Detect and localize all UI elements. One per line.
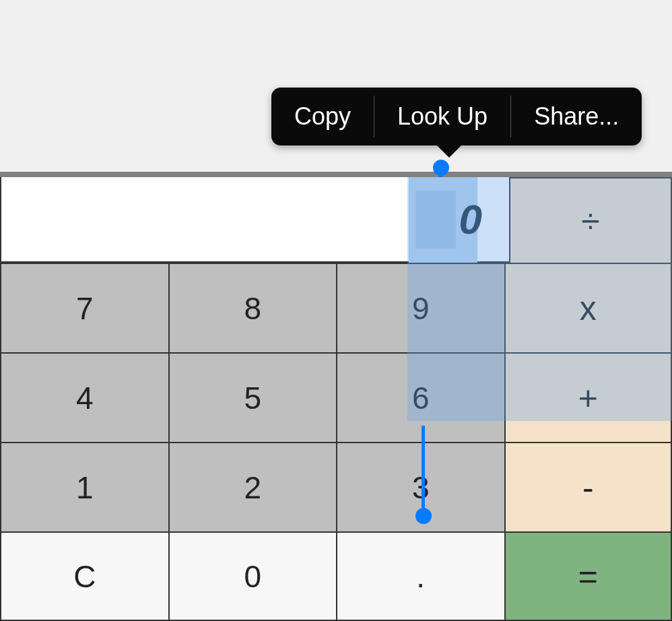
keypad: 7 8 9 x 4 5 6 + 1 2 3 - C 0 . = <box>0 263 672 621</box>
multiply-button[interactable]: x <box>504 263 673 352</box>
add-button[interactable]: + <box>504 352 673 442</box>
selection-highlight-inner <box>415 191 456 249</box>
key-8[interactable]: 8 <box>168 263 337 352</box>
context-menu: Copy Look Up Share... <box>271 88 642 145</box>
equals-button[interactable]: = <box>504 531 673 621</box>
calculator-display[interactable]: 0 <box>0 177 509 263</box>
share-menu-item[interactable]: Share... <box>511 88 642 145</box>
clear-button[interactable]: C <box>0 531 168 621</box>
top-area <box>0 0 672 172</box>
key-3[interactable]: 3 <box>336 442 504 531</box>
subtract-button[interactable]: - <box>504 442 673 531</box>
key-4[interactable]: 4 <box>0 352 168 442</box>
decimal-button[interactable]: . <box>336 531 504 621</box>
copy-menu-item[interactable]: Copy <box>271 88 374 145</box>
key-9[interactable]: 9 <box>336 263 504 352</box>
lookup-menu-item[interactable]: Look Up <box>374 88 510 145</box>
display-row: 0 ÷ <box>0 177 672 263</box>
key-5[interactable]: 5 <box>168 352 337 442</box>
top-border <box>0 172 672 177</box>
menu-arrow-icon <box>436 144 463 158</box>
key-0[interactable]: 0 <box>168 531 337 621</box>
divide-button[interactable]: ÷ <box>509 177 672 263</box>
key-7[interactable]: 7 <box>0 263 168 352</box>
display-value: 0 <box>459 195 482 243</box>
key-6[interactable]: 6 <box>336 352 504 442</box>
key-2[interactable]: 2 <box>168 442 337 531</box>
key-1[interactable]: 1 <box>0 442 168 531</box>
